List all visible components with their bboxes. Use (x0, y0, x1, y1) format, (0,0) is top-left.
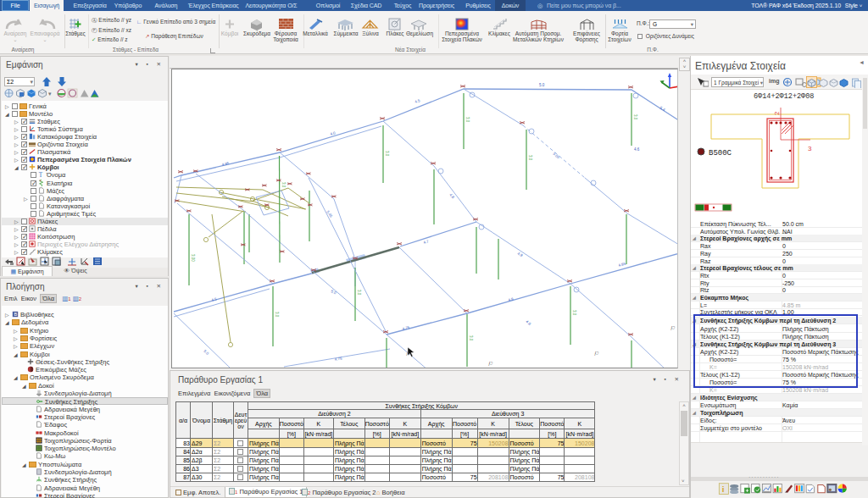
svg-text:3.0: 3.0 (528, 155, 532, 161)
svg-text:4.75: 4.75 (402, 325, 410, 331)
svg-text:▾: ▾ (48, 91, 52, 97)
svg-text:⚐: ⚐ (670, 325, 676, 331)
svg-text:2: 2 (773, 111, 781, 115)
svg-text:3.0: 3.0 (572, 310, 576, 316)
svg-text:4.5: 4.5 (211, 296, 218, 302)
svg-text:4.6: 4.6 (634, 147, 640, 152)
svg-text:4.7: 4.7 (423, 239, 430, 245)
svg-text:5.0: 5.0 (539, 83, 545, 87)
svg-text:3.0: 3.0 (275, 312, 279, 318)
svg-text:B500C: B500C (709, 149, 732, 158)
svg-text:4.8: 4.8 (448, 192, 455, 199)
svg-text:5.0: 5.0 (331, 289, 337, 295)
svg-text:B: B (14, 312, 17, 317)
svg-text:4.75: 4.75 (334, 356, 342, 362)
svg-text:4.8: 4.8 (525, 319, 531, 326)
svg-text:3: 3 (808, 145, 812, 152)
svg-text:3.0: 3.0 (385, 151, 389, 157)
svg-text:3.0: 3.0 (281, 182, 286, 188)
svg-text:4.5: 4.5 (415, 98, 421, 104)
svg-text:4.8: 4.8 (508, 296, 515, 302)
svg-text:3.0: 3.0 (633, 114, 637, 120)
svg-text:i: i (722, 485, 725, 494)
svg-text:4.95: 4.95 (221, 161, 230, 167)
svg-text:⚐: ⚐ (487, 361, 493, 367)
svg-text:T: T (39, 173, 43, 179)
svg-text:⁞: ⁞ (844, 484, 845, 489)
svg-text:6Φ14+2Φ12+2Φ08: 6Φ14+2Φ12+2Φ08 (754, 92, 814, 101)
svg-text:3.00: 3.00 (191, 254, 195, 262)
svg-text:5.0: 5.0 (203, 349, 209, 356)
svg-text:4.85: 4.85 (618, 262, 626, 268)
svg-text:3.0: 3.0 (357, 290, 361, 296)
svg-text:3.0: 3.0 (469, 335, 473, 341)
svg-text:5.05: 5.05 (552, 152, 560, 160)
svg-text:3.0: 3.0 (465, 117, 470, 123)
svg-text:⚐: ⚐ (593, 351, 599, 357)
